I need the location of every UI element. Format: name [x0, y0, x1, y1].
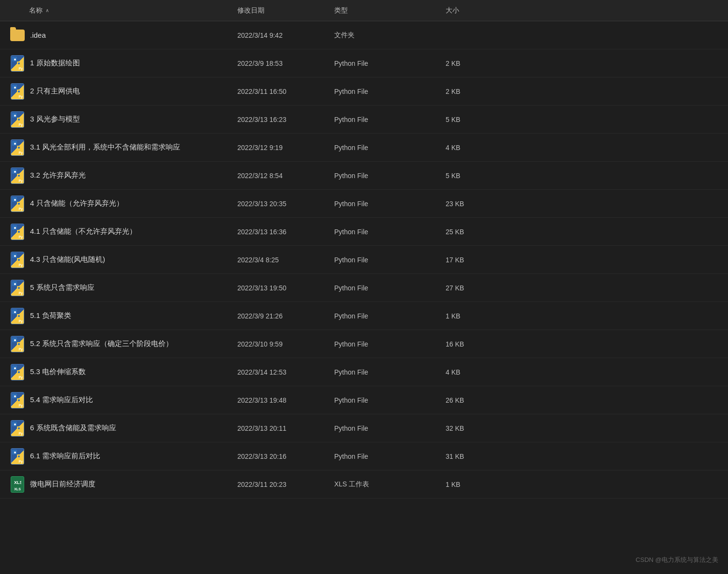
file-date-cell: 2022/3/10 9:59 [237, 340, 334, 348]
table-row[interactable]: 3.2 允许弃风弃光 2022/3/12 8:54 Python File 5 … [0, 162, 728, 190]
svg-point-11 [18, 119, 20, 121]
file-name-text: 4.1 只含储能（不允许弃风弃光） [30, 227, 137, 236]
file-date-cell: 2022/3/4 8:25 [237, 256, 334, 264]
file-date-cell: 2022/3/12 8:54 [237, 172, 334, 180]
table-row[interactable]: 5.3 电价伸缩系数 2022/3/14 12:53 Python File 4… [0, 358, 728, 386]
file-icon-container [10, 224, 25, 240]
python-file-icon [11, 280, 24, 296]
svg-point-59 [18, 455, 20, 457]
table-row[interactable]: 4.3 只含储能(风电随机) 2022/3/4 8:25 Python File… [0, 246, 728, 274]
file-date-cell: 2022/3/14 9:42 [237, 31, 334, 39]
file-type-cell: Python File [334, 453, 446, 460]
column-date-header[interactable]: 修改日期 [237, 6, 334, 15]
column-type-header[interactable]: 类型 [334, 6, 446, 15]
svg-point-18 [14, 171, 16, 173]
file-name-cell: 5 系统只含需求响应 [0, 280, 237, 296]
svg-point-55 [18, 427, 20, 429]
file-icon-container [10, 196, 25, 211]
python-file-icon [11, 55, 24, 72]
file-date-cell: 2022/3/13 20:35 [237, 200, 334, 208]
svg-point-51 [18, 399, 20, 401]
file-icon-container [10, 140, 25, 155]
python-file-icon [11, 167, 24, 184]
python-file-icon [11, 448, 24, 465]
svg-point-27 [18, 231, 20, 233]
file-type-cell: 文件夹 [334, 31, 446, 40]
file-name-text: 微电网日前经济调度 [30, 480, 95, 489]
table-row[interactable]: 4 只含储能（允许弃风弃光） 2022/3/13 20:35 Python Fi… [0, 190, 728, 218]
column-size-header[interactable]: 大小 [446, 6, 518, 15]
file-icon-container [10, 336, 25, 352]
file-name-cell: 5.2 系统只含需求响应（确定三个阶段电价） [0, 336, 237, 352]
svg-text:XLS: XLS [14, 480, 21, 485]
file-date-cell: 2022/3/13 20:16 [237, 453, 334, 460]
python-file-icon [11, 252, 24, 268]
file-size-cell: 25 KB [446, 228, 518, 236]
file-icon-container [10, 168, 25, 183]
file-name-text: 6.1 需求响应前后对比 [30, 452, 100, 461]
folder-icon [10, 30, 25, 41]
column-name-header[interactable]: 名称 ∧ [0, 6, 237, 15]
table-row[interactable]: 5.1 负荷聚类 2022/3/9 21:26 Python File 1 KB [0, 302, 728, 330]
file-size-cell: 2 KB [446, 60, 518, 67]
svg-point-39 [18, 315, 20, 317]
file-name-cell: 4 只含储能（允许弃风弃光） [0, 196, 237, 211]
file-icon-container [10, 308, 25, 324]
table-row[interactable]: 1 原始数据绘图 2022/3/9 18:53 Python File 2 KB [0, 49, 728, 77]
python-file-icon [11, 392, 24, 408]
table-row[interactable]: 5 系统只含需求响应 2022/3/13 19:50 Python File 2… [0, 274, 728, 302]
file-name-cell: 3.2 允许弃风弃光 [0, 168, 237, 183]
file-name-cell: 3.1 风光全部利用，系统中不含储能和需求响应 [0, 140, 237, 155]
date-column-label: 修改日期 [237, 6, 264, 14]
table-row[interactable]: 3.1 风光全部利用，系统中不含储能和需求响应 2022/3/12 9:19 P… [0, 134, 728, 162]
table-row[interactable]: .idea 2022/3/14 9:42 文件夹 [0, 21, 728, 49]
xls-file-icon: XLS [11, 476, 24, 493]
size-column-label: 大小 [446, 6, 459, 14]
file-icon-container: XLS [10, 477, 25, 492]
file-name-text: 3.2 允许弃风弃光 [30, 171, 86, 180]
file-type-cell: Python File [334, 60, 446, 67]
file-size-cell: 4 KB [446, 144, 518, 151]
file-icon-container [10, 280, 25, 296]
svg-point-30 [14, 255, 16, 257]
svg-point-26 [14, 227, 16, 229]
sort-arrow-icon: ∧ [46, 8, 49, 13]
svg-point-34 [14, 283, 16, 285]
file-date-cell: 2022/3/11 16:50 [237, 88, 334, 95]
table-row[interactable]: 6.1 需求响应前后对比 2022/3/13 20:16 Python File… [0, 442, 728, 470]
svg-point-50 [14, 395, 16, 397]
file-type-cell: Python File [334, 172, 446, 180]
svg-point-35 [18, 287, 20, 289]
svg-point-31 [18, 259, 20, 261]
file-name-cell: 6 系统既含储能及需求响应 [0, 421, 237, 436]
file-size-cell: 26 KB [446, 396, 518, 404]
table-header: 名称 ∧ 修改日期 类型 大小 [0, 0, 728, 21]
file-name-cell: 4.1 只含储能（不允许弃风弃光） [0, 224, 237, 240]
table-row[interactable]: XLS 微电网日前经济调度 2022/3/11 20:23 XLS 工作表 1 … [0, 470, 728, 498]
file-type-cell: Python File [334, 368, 446, 376]
file-size-cell: 2 KB [446, 88, 518, 95]
file-size-cell: 5 KB [446, 172, 518, 180]
table-row[interactable]: 5.2 系统只含需求响应（确定三个阶段电价） 2022/3/10 9:59 Py… [0, 330, 728, 358]
table-row[interactable]: 2 只有主网供电 2022/3/11 16:50 Python File 2 K… [0, 77, 728, 106]
file-type-cell: Python File [334, 228, 446, 236]
svg-point-47 [18, 371, 20, 373]
svg-point-22 [14, 199, 16, 201]
svg-point-54 [14, 423, 16, 425]
file-name-text: 3.1 风光全部利用，系统中不含储能和需求响应 [30, 143, 180, 152]
table-row[interactable]: 3 风光参与模型 2022/3/13 16:23 Python File 5 K… [0, 106, 728, 134]
file-size-cell: 4 KB [446, 368, 518, 376]
table-row[interactable]: 6 系统既含储能及需求响应 2022/3/13 20:11 Python Fil… [0, 414, 728, 442]
file-name-cell: 6.1 需求响应前后对比 [0, 449, 237, 464]
file-date-cell: 2022/3/9 18:53 [237, 60, 334, 67]
file-icon-container [10, 421, 25, 436]
python-file-icon [11, 139, 24, 156]
svg-point-43 [18, 343, 20, 345]
file-name-cell: .idea [0, 28, 237, 43]
file-name-cell: 5.4 需求响应后对比 [0, 393, 237, 408]
table-row[interactable]: 4.1 只含储能（不允许弃风弃光） 2022/3/13 16:36 Python… [0, 218, 728, 246]
file-name-text: 2 只有主网供电 [30, 87, 80, 96]
table-row[interactable]: 5.4 需求响应后对比 2022/3/13 19:48 Python File … [0, 386, 728, 414]
file-name-cell: 5.1 负荷聚类 [0, 308, 237, 324]
file-size-cell: 16 KB [446, 340, 518, 348]
